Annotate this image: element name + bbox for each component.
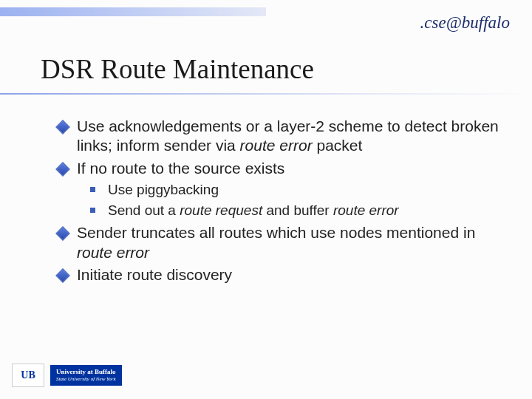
bullet-2-text: If no route to the source exists <box>77 160 284 177</box>
bullet-1: Use acknowledgements or a layer-2 scheme… <box>58 117 502 156</box>
ub-box: University at Buffalo State University o… <box>50 365 122 385</box>
bullet-3-text-a: Sender truncates all routes which use no… <box>77 224 475 241</box>
sub-bullet-1-text: Use piggybacking <box>108 182 219 197</box>
bullet-2: If no route to the source exists <box>58 159 502 178</box>
bullet-3: Sender truncates all routes which use no… <box>58 223 502 262</box>
sub-bullet-2-text-a: Send out a <box>108 202 180 218</box>
bullet-4: Initiate route discovery <box>58 265 502 284</box>
sub-bullet-1: Use piggybacking <box>90 181 502 199</box>
footer-line2: State University of New York <box>56 376 116 382</box>
sub-bullet-2-term-1: route request <box>180 202 262 218</box>
sub-bullet-2-term-2: route error <box>333 202 399 218</box>
ub-mark-icon: UB <box>12 364 44 387</box>
top-stripe <box>0 7 266 16</box>
slide: .cse@buffalo DSR Route Maintenance Use a… <box>0 0 532 399</box>
bullet-3-term: route error <box>77 244 149 261</box>
bullet-1-text-c: packet <box>313 137 363 154</box>
footer-line1: University at Buffalo <box>56 368 116 376</box>
footer-logo: UB University at Buffalo State Universit… <box>12 364 122 387</box>
title-underline <box>0 93 532 95</box>
branding-top-right: .cse@buffalo <box>420 13 510 33</box>
slide-title: DSR Route Maintenance <box>41 53 314 85</box>
sub-bullet-2-text-c: and buffer <box>262 202 333 218</box>
bullet-4-text: Initiate route discovery <box>77 266 232 283</box>
bullet-1-term: route error <box>240 137 313 154</box>
slide-content: Use acknowledgements or a layer-2 scheme… <box>58 117 502 287</box>
sub-bullet-2: Send out a route request and buffer rout… <box>90 202 502 219</box>
